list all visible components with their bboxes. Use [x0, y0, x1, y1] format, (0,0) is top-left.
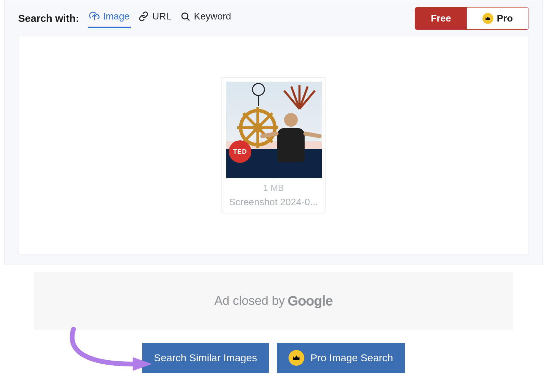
crown-icon	[482, 13, 493, 24]
pro-image-search-label: Pro Image Search	[310, 352, 393, 364]
image-thumbnail: TED	[226, 82, 322, 178]
ad-closed-text: Ad closed by	[214, 294, 285, 308]
search-with-label: Search with:	[18, 13, 79, 24]
search-panel: Search with: Image	[4, 0, 543, 265]
pro-image-search-button[interactable]: Pro Image Search	[277, 343, 405, 373]
crown-icon	[289, 350, 304, 366]
tab-image[interactable]: Image	[88, 9, 131, 28]
search-icon	[180, 11, 190, 22]
link-icon	[138, 11, 149, 22]
ted-badge: TED	[229, 140, 251, 163]
ad-closed-banner: Ad closed by Google	[34, 272, 513, 330]
tab-url[interactable]: URL	[137, 9, 173, 28]
upload-area[interactable]: TED 1 MB Screenshot 2024-0...	[18, 36, 529, 254]
preview-filesize: 1 MB	[226, 183, 321, 193]
annotation-arrow-icon	[63, 326, 156, 377]
preview-filename: Screenshot 2024-0...	[226, 197, 321, 208]
plan-free-label: Free	[431, 13, 451, 24]
google-logo-text: Google	[288, 293, 333, 309]
tab-keyword-label: Keyword	[194, 11, 231, 22]
plan-toggle: Free Pro	[415, 7, 529, 30]
topbar: Search with: Image	[18, 7, 529, 30]
tab-url-label: URL	[152, 11, 171, 22]
plan-free-button[interactable]: Free	[415, 8, 467, 29]
action-buttons-row: Search Similar Images Pro Image Search	[0, 343, 547, 373]
svg-line-2	[187, 18, 189, 20]
search-with-row: Search with: Image	[18, 9, 232, 28]
plan-pro-button[interactable]: Pro	[467, 8, 529, 29]
image-preview-card[interactable]: TED 1 MB Screenshot 2024-0...	[222, 77, 325, 213]
plan-pro-label: Pro	[497, 13, 513, 24]
upload-cloud-icon	[89, 11, 99, 22]
search-similar-button[interactable]: Search Similar Images	[142, 343, 269, 373]
tab-image-label: Image	[103, 11, 130, 22]
search-similar-label: Search Similar Images	[154, 352, 257, 364]
tab-keyword[interactable]: Keyword	[179, 9, 232, 28]
